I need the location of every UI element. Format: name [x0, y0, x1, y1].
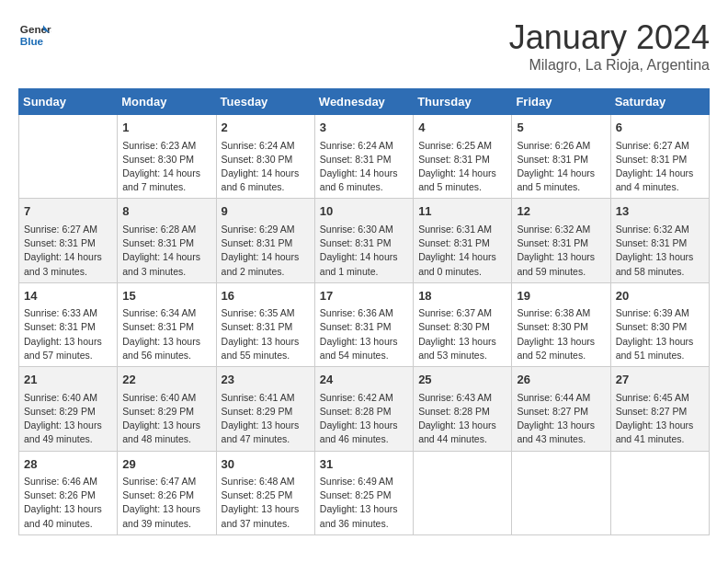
day-info: Sunrise: 6:28 AMSunset: 8:31 PMDaylight:… [122, 223, 210, 279]
day-number: 27 [616, 371, 704, 389]
day-number: 30 [222, 455, 310, 474]
svg-text:Blue: Blue [20, 35, 44, 47]
calendar-cell: 7Sunrise: 6:27 AMSunset: 8:31 PMDaylight… [19, 199, 118, 282]
calendar-cell [610, 451, 709, 534]
calendar-cell: 11Sunrise: 6:31 AMSunset: 8:31 PMDayligh… [414, 199, 512, 282]
calendar-cell [19, 115, 118, 199]
day-info: Sunrise: 6:40 AMSunset: 8:29 PMDaylight:… [122, 391, 210, 447]
day-info: Sunrise: 6:39 AMSunset: 8:30 PMDaylight:… [616, 306, 704, 362]
header-sunday: Sunday [19, 89, 118, 115]
day-number: 2 [222, 119, 310, 137]
calendar-cell: 5Sunrise: 6:26 AMSunset: 8:31 PMDaylight… [512, 115, 610, 199]
calendar-cell: 25Sunrise: 6:43 AMSunset: 8:28 PMDayligh… [414, 367, 512, 451]
header-tuesday: Tuesday [216, 89, 314, 115]
calendar-cell: 6Sunrise: 6:27 AMSunset: 8:31 PMDaylight… [610, 115, 709, 199]
day-number: 16 [222, 287, 310, 305]
calendar-cell: 10Sunrise: 6:30 AMSunset: 8:31 PMDayligh… [314, 199, 413, 282]
day-number: 5 [517, 119, 605, 137]
day-info: Sunrise: 6:35 AMSunset: 8:31 PMDaylight:… [222, 306, 310, 362]
day-info: Sunrise: 6:36 AMSunset: 8:31 PMDaylight:… [320, 306, 408, 362]
day-info: Sunrise: 6:27 AMSunset: 8:31 PMDaylight:… [24, 223, 112, 279]
day-info: Sunrise: 6:49 AMSunset: 8:25 PMDaylight:… [320, 475, 408, 531]
calendar-table: SundayMondayTuesdayWednesdayThursdayFrid… [18, 88, 710, 535]
day-info: Sunrise: 6:41 AMSunset: 8:29 PMDaylight:… [222, 391, 310, 447]
day-info: Sunrise: 6:27 AMSunset: 8:31 PMDaylight:… [616, 139, 704, 195]
day-info: Sunrise: 6:42 AMSunset: 8:28 PMDaylight:… [320, 391, 408, 447]
week-row-4: 28Sunrise: 6:46 AMSunset: 8:26 PMDayligh… [19, 451, 710, 534]
day-number: 23 [222, 371, 310, 389]
day-info: Sunrise: 6:44 AMSunset: 8:27 PMDaylight:… [517, 391, 605, 447]
day-number: 22 [122, 371, 210, 389]
day-number: 9 [222, 202, 310, 221]
calendar-cell: 15Sunrise: 6:34 AMSunset: 8:31 PMDayligh… [118, 282, 216, 366]
calendar-header-row: SundayMondayTuesdayWednesdayThursdayFrid… [19, 89, 710, 115]
day-number: 13 [616, 202, 704, 221]
title-block: January 2024 Milagro, La Rioja, Argentin… [509, 18, 710, 74]
day-info: Sunrise: 6:32 AMSunset: 8:31 PMDaylight:… [616, 223, 704, 279]
calendar-cell: 4Sunrise: 6:25 AMSunset: 8:31 PMDaylight… [414, 115, 512, 199]
day-info: Sunrise: 6:34 AMSunset: 8:31 PMDaylight:… [122, 306, 210, 362]
calendar-cell: 1Sunrise: 6:23 AMSunset: 8:30 PMDaylight… [118, 115, 216, 199]
day-number: 31 [320, 455, 408, 474]
day-info: Sunrise: 6:24 AMSunset: 8:31 PMDaylight:… [320, 139, 408, 195]
calendar-cell: 22Sunrise: 6:40 AMSunset: 8:29 PMDayligh… [118, 367, 216, 451]
calendar-cell: 18Sunrise: 6:37 AMSunset: 8:30 PMDayligh… [414, 282, 512, 366]
svg-text:General: General [20, 23, 51, 35]
day-number: 19 [517, 287, 605, 305]
header-saturday: Saturday [610, 89, 709, 115]
calendar-cell: 14Sunrise: 6:33 AMSunset: 8:31 PMDayligh… [19, 282, 118, 366]
month-title: January 2024 [509, 18, 710, 57]
day-info: Sunrise: 6:40 AMSunset: 8:29 PMDaylight:… [24, 391, 112, 447]
calendar-cell: 28Sunrise: 6:46 AMSunset: 8:26 PMDayligh… [19, 451, 118, 534]
calendar-cell: 9Sunrise: 6:29 AMSunset: 8:31 PMDaylight… [216, 199, 314, 282]
day-info: Sunrise: 6:43 AMSunset: 8:28 PMDaylight:… [418, 391, 506, 447]
day-info: Sunrise: 6:38 AMSunset: 8:30 PMDaylight:… [517, 306, 605, 362]
calendar-cell: 3Sunrise: 6:24 AMSunset: 8:31 PMDaylight… [314, 115, 413, 199]
calendar-cell: 17Sunrise: 6:36 AMSunset: 8:31 PMDayligh… [314, 282, 413, 366]
day-number: 21 [24, 371, 112, 389]
calendar-cell: 2Sunrise: 6:24 AMSunset: 8:30 PMDaylight… [216, 115, 314, 199]
week-row-3: 21Sunrise: 6:40 AMSunset: 8:29 PMDayligh… [19, 367, 710, 451]
day-number: 28 [24, 455, 112, 474]
calendar-cell: 24Sunrise: 6:42 AMSunset: 8:28 PMDayligh… [314, 367, 413, 451]
calendar-cell: 16Sunrise: 6:35 AMSunset: 8:31 PMDayligh… [216, 282, 314, 366]
calendar-cell: 30Sunrise: 6:48 AMSunset: 8:25 PMDayligh… [216, 451, 314, 534]
day-info: Sunrise: 6:47 AMSunset: 8:26 PMDaylight:… [122, 475, 210, 531]
calendar-cell [414, 451, 512, 534]
calendar-cell: 8Sunrise: 6:28 AMSunset: 8:31 PMDaylight… [118, 199, 216, 282]
day-number: 12 [517, 202, 605, 221]
logo: General Blue [18, 18, 51, 52]
day-number: 29 [122, 455, 210, 474]
calendar-cell: 23Sunrise: 6:41 AMSunset: 8:29 PMDayligh… [216, 367, 314, 451]
calendar-cell: 12Sunrise: 6:32 AMSunset: 8:31 PMDayligh… [512, 199, 610, 282]
day-info: Sunrise: 6:33 AMSunset: 8:31 PMDaylight:… [24, 306, 112, 362]
day-info: Sunrise: 6:23 AMSunset: 8:30 PMDaylight:… [122, 139, 210, 195]
week-row-1: 7Sunrise: 6:27 AMSunset: 8:31 PMDaylight… [19, 199, 710, 282]
day-info: Sunrise: 6:46 AMSunset: 8:26 PMDaylight:… [24, 475, 112, 531]
header-thursday: Thursday [414, 89, 512, 115]
calendar-cell: 29Sunrise: 6:47 AMSunset: 8:26 PMDayligh… [118, 451, 216, 534]
day-number: 20 [616, 287, 704, 305]
day-info: Sunrise: 6:29 AMSunset: 8:31 PMDaylight:… [222, 223, 310, 279]
calendar-cell: 26Sunrise: 6:44 AMSunset: 8:27 PMDayligh… [512, 367, 610, 451]
day-number: 7 [24, 202, 112, 221]
calendar-cell [512, 451, 610, 534]
day-info: Sunrise: 6:37 AMSunset: 8:30 PMDaylight:… [418, 306, 506, 362]
page-header: General Blue January 2024 Milagro, La Ri… [18, 18, 710, 74]
calendar-cell: 19Sunrise: 6:38 AMSunset: 8:30 PMDayligh… [512, 282, 610, 366]
day-info: Sunrise: 6:48 AMSunset: 8:25 PMDaylight:… [222, 475, 310, 531]
day-number: 24 [320, 371, 408, 389]
day-number: 26 [517, 371, 605, 389]
day-number: 25 [418, 371, 506, 389]
day-number: 11 [418, 202, 506, 221]
header-wednesday: Wednesday [314, 89, 413, 115]
day-info: Sunrise: 6:31 AMSunset: 8:31 PMDaylight:… [418, 223, 506, 279]
week-row-0: 1Sunrise: 6:23 AMSunset: 8:30 PMDaylight… [19, 115, 710, 199]
calendar-cell: 21Sunrise: 6:40 AMSunset: 8:29 PMDayligh… [19, 367, 118, 451]
day-info: Sunrise: 6:25 AMSunset: 8:31 PMDaylight:… [418, 139, 506, 195]
calendar-cell: 20Sunrise: 6:39 AMSunset: 8:30 PMDayligh… [610, 282, 709, 366]
logo-icon: General Blue [18, 18, 51, 52]
day-number: 14 [24, 287, 112, 305]
day-number: 10 [320, 202, 408, 221]
day-number: 4 [418, 119, 506, 137]
